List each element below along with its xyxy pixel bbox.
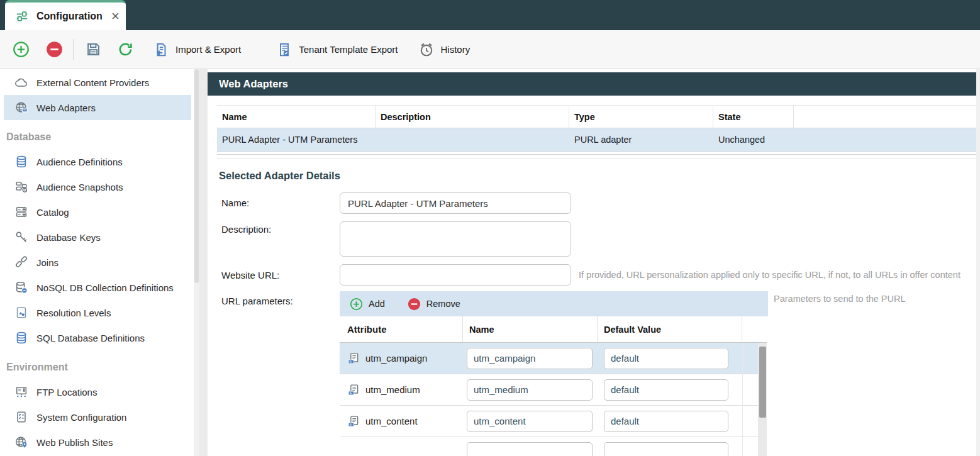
param-row-utm-campaign[interactable]: utm_campaign [340, 343, 767, 374]
plus-circle-icon [13, 41, 30, 58]
close-icon[interactable]: × [110, 9, 121, 23]
sidebar-item-external-content-providers[interactable]: External Content Providers [4, 70, 191, 95]
column-header-state: State [713, 106, 794, 128]
save-button[interactable] [85, 41, 102, 58]
param-add-button[interactable]: Add [350, 298, 385, 311]
sidebar-item-label: SQL Database Definitions [36, 333, 145, 343]
params-scrollbar[interactable] [758, 343, 767, 456]
params-table-header: Attribute Name Default Value [340, 316, 767, 343]
snapshot-icon [14, 180, 28, 194]
sidebar-item-label: Database Keys [36, 232, 101, 243]
globe-window-icon [14, 101, 28, 114]
param-name-input[interactable] [467, 411, 593, 432]
description-field-label: Description: [221, 224, 271, 235]
floppy-disk-icon [85, 41, 102, 58]
sidebar-item-audience-definitions[interactable]: Audience Definitions [4, 149, 191, 174]
sidebar-item-sql-database-definitions[interactable]: SQL Database Definitions [4, 325, 191, 350]
param-attribute-label: utm_medium [365, 384, 420, 395]
sidebar-item-database-keys[interactable]: Database Keys [4, 225, 191, 250]
sidebar-item-web-publish-sites[interactable]: Web Publish Sites [4, 430, 191, 455]
adapters-grid-header: Name Description Type State [217, 105, 976, 128]
sidebar-item-label: Resolution Levels [36, 308, 111, 318]
adapter-description-cell [376, 128, 569, 151]
attribute-field-icon [347, 352, 360, 365]
refresh-icon [117, 41, 134, 58]
param-add-label: Add [369, 299, 385, 309]
param-default-value-input[interactable] [604, 411, 728, 432]
section-divider [217, 154, 976, 159]
sidebar-item-label: Catalog [36, 207, 69, 218]
history-button[interactable]: History [418, 42, 471, 58]
sidebar-item-web-adapters[interactable]: Web Adapters [4, 95, 191, 120]
globe-pin-icon [14, 435, 28, 449]
param-row-utm-content[interactable]: utm_content [340, 406, 767, 437]
sidebar-scrollbar-thumb[interactable] [194, 69, 199, 283]
attribute-field-icon [347, 415, 360, 428]
adapter-state-cell: Unchanged [713, 128, 794, 151]
param-remove-button[interactable]: Remove [408, 298, 460, 311]
add-button[interactable] [13, 41, 30, 58]
url-parameters-hint: Parameters to send to the PURL [774, 294, 962, 304]
params-scrollbar-thumb[interactable] [759, 347, 766, 418]
param-name-input[interactable] [467, 442, 593, 456]
remove-button[interactable] [46, 41, 63, 58]
adapter-row-selected[interactable]: PURL Adapter - UTM Parameters PURL adapt… [217, 128, 976, 152]
param-column-name: Name [463, 316, 598, 342]
document-shapes-icon [14, 306, 28, 320]
sidebar-item-system-configuration[interactable]: System Configuration [4, 404, 191, 430]
refresh-button[interactable] [117, 41, 134, 58]
details-heading: Selected Adapter Details [219, 170, 340, 182]
sidebar-item-audience-snapshots[interactable]: Audience Snapshots [4, 174, 191, 199]
url-parameters-label: URL parameters: [221, 296, 293, 306]
param-row-partial[interactable] [340, 437, 767, 456]
param-name-input[interactable] [467, 379, 593, 401]
description-field[interactable] [340, 221, 571, 257]
database-icon [14, 155, 28, 169]
database-dot-icon [14, 281, 28, 294]
param-column-default-value: Default Value [598, 316, 742, 342]
sidebar-section-database: Database [0, 120, 194, 149]
sidebar-item-label: External Content Providers [36, 77, 149, 88]
website-url-field[interactable] [340, 264, 571, 286]
sidebar-item-label: Audience Definitions [36, 157, 123, 167]
name-field-label: Name: [221, 197, 249, 208]
param-name-input[interactable] [467, 348, 593, 369]
sidebar-item-nosql-db-collection-definitions[interactable]: NoSQL DB Collection Definitions [4, 275, 191, 300]
sidebar-item-label: Audience Snapshots [36, 182, 123, 192]
tenant-template-export-icon [276, 42, 292, 58]
column-header-type: Type [569, 106, 713, 128]
toolbar-divider [73, 39, 74, 60]
import-export-button[interactable]: Import & Export [153, 42, 241, 58]
import-export-icon [153, 42, 169, 58]
key-icon [14, 230, 28, 244]
tenant-template-export-button[interactable]: Tenant Template Export [276, 42, 398, 58]
param-column-attribute: Attribute [340, 316, 463, 342]
history-clock-icon [418, 42, 435, 58]
panel-title: Web Adapters [219, 78, 288, 90]
column-header-description: Description [376, 106, 569, 128]
tab-title: Configuration [36, 11, 103, 22]
minus-circle-icon [46, 41, 63, 58]
param-default-value-input[interactable] [604, 379, 728, 401]
sidebar-scrollbar[interactable] [194, 69, 199, 456]
document-checklist-icon [14, 410, 28, 424]
configuration-app: Configuration × [0, 0, 980, 456]
sidebar-item-resolution-levels[interactable]: Resolution Levels [4, 300, 191, 325]
sidebar-item-label: NoSQL DB Collection Definitions [36, 282, 174, 293]
params-table: Attribute Name Default Value [340, 316, 767, 456]
param-default-value-input[interactable] [604, 442, 728, 456]
database-icon [14, 331, 28, 345]
sliders-icon [15, 9, 29, 23]
column-header-filler [794, 106, 976, 128]
sidebar-item-catalog[interactable]: Catalog [4, 199, 191, 225]
sidebar-item-ftp-locations[interactable]: FTP Locations [4, 379, 191, 404]
main-scrollbar-gutter[interactable] [976, 69, 980, 456]
param-default-value-input[interactable] [604, 348, 728, 369]
sidebar-item-joins[interactable]: Joins [4, 250, 191, 275]
param-row-utm-medium[interactable]: utm_medium [340, 374, 767, 406]
sidebar-item-label: Web Adapters [36, 103, 96, 113]
column-header-name: Name [217, 106, 376, 128]
name-field[interactable] [340, 192, 571, 214]
app-header-band: Configuration × [0, 0, 980, 30]
tab-configuration[interactable]: Configuration × [5, 0, 126, 30]
